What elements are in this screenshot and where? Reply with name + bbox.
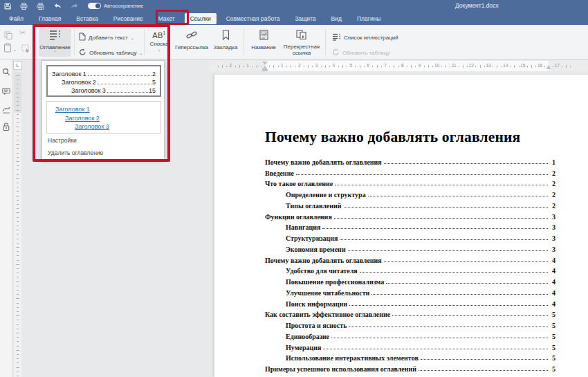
add-text-icon <box>79 31 86 44</box>
copy-icon[interactable] <box>4 30 12 42</box>
ruler-number: 12 <box>469 63 474 68</box>
hyperlink-icon <box>186 30 197 43</box>
menu-tab[interactable]: Вставка <box>71 13 104 24</box>
review-icon[interactable] <box>2 104 10 116</box>
toc-entry[interactable]: Типы оглавлений 2 <box>265 199 555 210</box>
ruler-number: 9 <box>419 63 421 68</box>
toc-settings-item[interactable]: Настройки <box>48 137 77 144</box>
toc-remove-item[interactable]: Удалить оглавление <box>48 149 103 156</box>
toc-entry[interactable]: Структуризация 3 <box>265 231 555 242</box>
menu-tab[interactable]: Защита <box>289 13 321 24</box>
ruler-number: 11 <box>452 63 457 68</box>
horizontal-ruler[interactable]: 211234567891011121314151617 <box>209 61 588 71</box>
toc-entry[interactable]: Простота и ясность 5 <box>265 318 555 329</box>
update-figures-table-button[interactable]: Обновить таблицу <box>332 46 389 59</box>
toc-entry[interactable]: Поиск информации 4 <box>265 297 555 308</box>
protection-lock-icon[interactable] <box>2 122 10 134</box>
dot-leader <box>371 294 548 295</box>
toc-link-row: Заголовок 2 <box>55 115 160 124</box>
toc-style-links[interactable]: Заголовок 1 Заголовок 2 Заголовок 3 <box>46 101 161 134</box>
autosave-toggle[interactable]: Автосохранение <box>88 3 143 9</box>
document-title: Документ1.docx <box>455 2 499 9</box>
toc-entry[interactable]: Функции оглавления 3 <box>265 210 555 221</box>
vertical-ruler[interactable] <box>14 73 21 377</box>
menu-tab[interactable]: Рисование <box>108 13 149 24</box>
ruler-number: 14 <box>503 63 508 68</box>
menu-tab-bar: Файл Главная Вставка Рисование Макет Ссы… <box>0 12 588 25</box>
caption-button[interactable]: Название <box>248 28 279 51</box>
toc-entry[interactable]: Что такое оглавление 2 <box>265 177 555 188</box>
tab-stop-selector[interactable]: L <box>13 61 22 70</box>
menu-tab[interactable]: Вид <box>326 13 347 24</box>
table-of-contents-button[interactable]: Оглавление ⌃ <box>39 28 71 57</box>
ruler-number: 3 <box>315 63 318 68</box>
table-of-contents-icon <box>49 30 62 43</box>
toc-entry[interactable]: Определение и структура 2 <box>265 187 555 199</box>
document-page[interactable]: Почему важно добавлять оглавления Почему… <box>214 75 588 377</box>
dot-leader <box>384 261 548 262</box>
dot-leader <box>107 92 148 93</box>
add-text-button[interactable]: Добавить текст ⌄ <box>79 31 134 44</box>
toggle-switch-icon[interactable] <box>88 3 101 9</box>
ruler-number: 1 <box>246 63 249 68</box>
menu-tab[interactable]: Главная <box>33 13 66 24</box>
toc-entry[interactable]: Введение 2 <box>265 166 555 177</box>
hyperlink-button[interactable]: Гиперссылка <box>173 28 210 51</box>
ruler-number: 8 <box>401 63 404 68</box>
toc-link-row: Заголовок 1 <box>55 106 160 115</box>
toc-entry[interactable]: Навигация 3 <box>265 221 555 232</box>
dot-leader <box>386 283 548 284</box>
toc-entry[interactable]: Как составить эффективное оглавление 5 <box>265 308 555 319</box>
footnote-button[interactable]: AB1 Сноска ⌄ <box>147 28 171 52</box>
chevron-up-icon: ⌃ <box>53 50 57 55</box>
dot-leader <box>349 305 548 306</box>
toc-entry[interactable]: Нумерация 5 <box>265 340 555 351</box>
figures-list-button[interactable]: Список иллюстраций <box>332 31 398 44</box>
dot-leader <box>421 359 548 360</box>
toc-link-row: Заголовок 3 <box>55 123 160 132</box>
toc-entry[interactable]: Повышение профессионализма 4 <box>265 275 555 286</box>
menu-tab[interactable]: Макет <box>153 13 181 24</box>
toc-entry[interactable]: Экономия времени 3 <box>265 242 555 253</box>
redo-icon[interactable] <box>71 3 79 9</box>
dot-leader <box>348 250 548 251</box>
toc-style-classic[interactable]: Заголовок 1 2 Заголовок 2 5 Заголовок 3 … <box>46 65 161 97</box>
undo-icon[interactable] <box>53 3 62 9</box>
toc-entry[interactable]: Почему важно добавлять оглавления 1 <box>265 155 555 166</box>
menu-tab[interactable]: Совместная работа <box>221 13 286 24</box>
bookmark-button[interactable]: Закладка <box>212 28 239 51</box>
toc-entry[interactable]: Почему важно добавлять оглавления 4 <box>265 253 555 264</box>
dot-leader <box>335 185 548 185</box>
menu-tab[interactable]: Ссылки <box>185 13 217 24</box>
app-window: Автосохранение Документ1.docx Файл Главн… <box>0 0 588 377</box>
dot-leader <box>322 228 548 229</box>
ruler-number: 7 <box>384 63 387 68</box>
toc-entry[interactable]: Примеры успешного использования оглавлен… <box>265 362 555 373</box>
paste-icon[interactable] <box>3 43 12 55</box>
update-table-button[interactable]: Обновить таблицу ⌄ <box>79 46 143 59</box>
document-heading: Почему важно добавлять оглавления <box>265 129 555 146</box>
print-icon[interactable] <box>20 3 28 10</box>
save-icon[interactable] <box>4 3 11 10</box>
ruler-number: 15 <box>520 63 525 68</box>
quick-print-icon[interactable] <box>37 3 44 10</box>
cross-reference-icon <box>296 30 307 42</box>
cross-reference-button[interactable]: Перекрестная ссылка <box>282 28 321 56</box>
dot-leader <box>88 75 151 76</box>
bookmark-icon <box>222 30 230 43</box>
toc-list: Почему важно добавлять оглавления 1 Введ… <box>265 155 555 373</box>
toc-entry[interactable]: Удобство для читателя 4 <box>265 264 555 275</box>
menu-tab[interactable]: Файл <box>3 13 29 24</box>
cut-icon[interactable]: ✂ <box>19 28 26 37</box>
search-icon[interactable] <box>2 66 10 79</box>
paste-dropdown-icon[interactable]: ⌄ <box>13 47 17 52</box>
toc-entry[interactable]: Улучшение читабельности 4 <box>265 286 555 297</box>
dot-leader <box>392 315 548 316</box>
left-indent-marker[interactable] <box>262 69 268 71</box>
toc-entry[interactable]: Использование интерактивных элементов 5 <box>265 351 555 362</box>
first-line-indent-marker[interactable] <box>262 62 268 65</box>
toc-entry[interactable]: Единообразие 5 <box>265 329 555 340</box>
comments-icon[interactable] <box>2 86 10 98</box>
select-icon[interactable] <box>21 44 30 56</box>
menu-tab[interactable]: Плагины <box>351 13 386 24</box>
